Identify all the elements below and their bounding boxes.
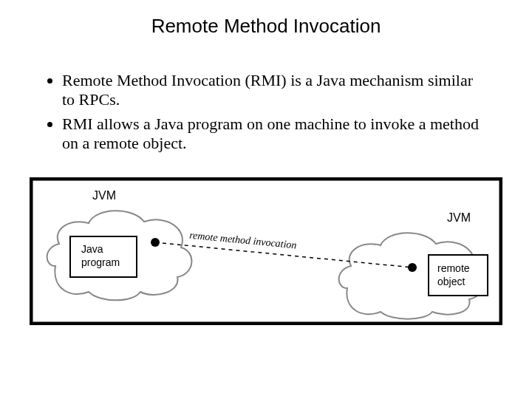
left-box-line2: program	[81, 256, 120, 268]
right-box-line1: remote	[437, 262, 470, 274]
left-box: Java program	[70, 236, 137, 277]
rmi-figure: JVM Java program JVM remote object	[30, 177, 502, 325]
slide: Remote Method Invocation Remote Method I…	[0, 0, 532, 399]
bullet-list: Remote Method Invocation (RMI) is a Java…	[44, 71, 488, 158]
bullet-item: Remote Method Invocation (RMI) is a Java…	[62, 71, 488, 110]
right-box-line2: object	[437, 276, 465, 287]
left-cloud-label: JVM	[92, 189, 116, 202]
slide-title: Remote Method Invocation	[0, 15, 532, 38]
right-box: remote object	[429, 255, 488, 296]
left-box-line1: Java	[81, 243, 103, 255]
bullet-item: RMI allows a Java program on one machine…	[62, 115, 488, 154]
right-cloud-label: JVM	[447, 211, 471, 224]
